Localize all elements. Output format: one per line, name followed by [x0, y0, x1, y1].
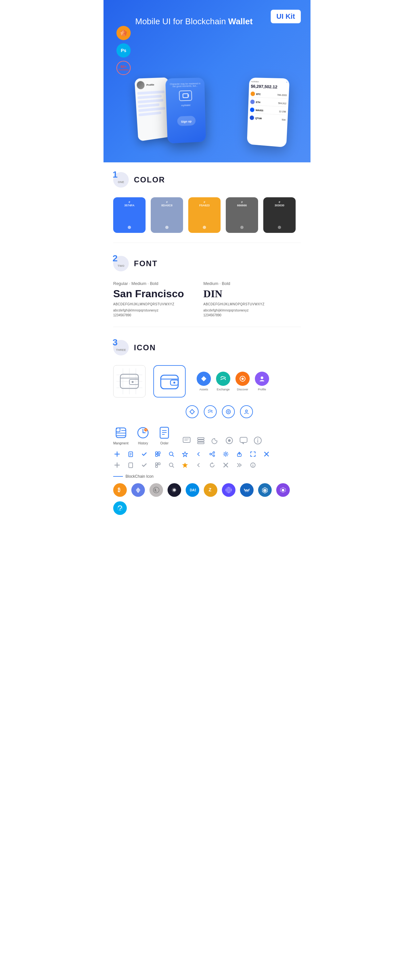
profile-outline-icon-item	[240, 405, 253, 418]
search-gray-icon	[167, 461, 175, 469]
color-swatch-orange: #F5A623	[188, 197, 221, 233]
share-icon	[208, 450, 216, 458]
svg-rect-85	[156, 463, 158, 465]
font-section-header: 2 TWO FONT	[113, 246, 301, 278]
ltc-icon: Ł	[150, 483, 163, 497]
plus-icon	[113, 450, 121, 458]
svg-point-54	[258, 439, 258, 439]
discover-outline-icon-item	[222, 405, 235, 418]
svg-point-113	[119, 509, 121, 511]
exchange-outline-icon-item	[204, 405, 217, 418]
blockchain-label: BlockChain Icon	[113, 474, 301, 479]
wallet-blue-icon-box	[153, 365, 186, 398]
scan-icon	[249, 450, 257, 458]
svg-point-27	[228, 411, 229, 413]
svg-line-75	[212, 453, 213, 453]
wallet-grid-icon-box	[113, 365, 145, 398]
discover-icon	[236, 372, 250, 386]
svg-marker-25	[190, 409, 194, 414]
section-2-badge: 2 TWO	[113, 256, 129, 271]
svg-point-74	[213, 455, 215, 457]
profile-outline-icon	[240, 405, 253, 418]
svg-marker-52	[242, 442, 244, 444]
moon-icon	[210, 436, 220, 445]
discover-outline-icon	[222, 405, 235, 418]
info-gray-icon	[249, 461, 257, 469]
info-icon	[253, 436, 262, 445]
close-icon	[263, 450, 271, 458]
eth-icon	[131, 483, 145, 497]
settings-icon	[222, 450, 230, 458]
small-icons-row-blue	[113, 450, 301, 458]
assets-outline-icon-item	[186, 405, 199, 418]
svg-rect-86	[158, 463, 160, 465]
svg-rect-51	[240, 437, 247, 442]
section-1-badge: 1 ONE	[113, 172, 129, 188]
exchange-icon-item: Exchange	[216, 372, 230, 391]
icon-section-content: Assets Exchange	[113, 362, 301, 534]
svg-rect-48	[197, 442, 204, 444]
document-gray-icon	[127, 461, 135, 469]
color-swatch-slate: #8DA0C8	[151, 197, 183, 233]
export-icon	[236, 450, 243, 458]
svg-rect-63	[158, 452, 160, 454]
phone-mockup-3: myWallet + $6,297,502.12 BTC 788-2003	[247, 78, 290, 148]
mgmt-icons-row: Mangment History	[113, 426, 301, 445]
qr-icon	[154, 450, 162, 458]
hero-section: Ps 60+ Screens Mobile UI for Blockchain …	[104, 0, 310, 162]
matic-icon	[276, 483, 290, 497]
svg-point-28	[245, 410, 247, 412]
small-icons-row-gray	[113, 461, 301, 469]
svg-rect-47	[197, 440, 204, 441]
unknown-coin-icon	[113, 501, 127, 515]
svg-rect-43	[183, 437, 190, 442]
icon-section-title: ICON	[134, 343, 156, 352]
svg-point-94	[253, 464, 253, 465]
sketch-badge	[116, 26, 131, 40]
font-sf-name: San Francisco	[113, 288, 184, 300]
section-3-badge: 3 THREE	[113, 340, 129, 355]
exchange-outline-icon	[204, 405, 217, 418]
svg-text:₿: ₿	[118, 487, 120, 493]
refresh-gray-icon	[208, 461, 216, 469]
font-section-title: FONT	[134, 259, 158, 268]
exchange-icon	[216, 372, 230, 386]
color-swatch-dark: #303030	[263, 197, 296, 233]
svg-rect-14	[129, 379, 139, 385]
font-sf: Regular · Medium · Bold San Francisco AB…	[113, 281, 184, 317]
blockchain-line	[113, 476, 123, 477]
svg-rect-87	[156, 465, 158, 467]
svg-point-24	[261, 377, 263, 379]
btc-icon: ₿	[113, 483, 127, 497]
font-section-content: Regular · Medium · Bold San Francisco AB…	[113, 278, 301, 323]
dash-icon: DASH	[186, 483, 199, 497]
search-icon	[167, 450, 175, 458]
svg-point-15	[132, 381, 134, 383]
star-yellow-icon	[181, 461, 189, 469]
check-gray-icon	[140, 461, 148, 469]
svg-point-73	[210, 453, 212, 455]
screens-badge: 60+ Screens	[116, 61, 131, 75]
assets-icon	[197, 372, 211, 386]
svg-marker-21	[201, 376, 206, 381]
circle-icon	[225, 436, 234, 445]
svg-point-50	[228, 439, 231, 442]
svg-rect-62	[156, 452, 158, 454]
check-icon	[140, 450, 148, 458]
svg-rect-64	[156, 454, 158, 457]
svg-marker-111	[282, 489, 284, 492]
svg-text:Ł: Ł	[154, 488, 157, 492]
forward-gray-icon	[236, 461, 243, 469]
svg-rect-84	[129, 463, 132, 468]
color-swatch-blue: #3574FA	[113, 197, 145, 233]
color-section-header: 1 ONE COLOR	[113, 162, 301, 194]
icon-section-header: 3 THREE ICON	[113, 330, 301, 362]
svg-point-23	[242, 378, 244, 380]
chat-icon	[182, 436, 191, 445]
star-icon	[181, 450, 189, 458]
crypto-icons-row: ₿ Ł	[113, 483, 301, 525]
ps-badge: Ps	[116, 43, 131, 57]
back-gray-icon	[195, 461, 202, 469]
stratis-icon	[258, 483, 272, 497]
plus-gray-icon	[113, 461, 121, 469]
